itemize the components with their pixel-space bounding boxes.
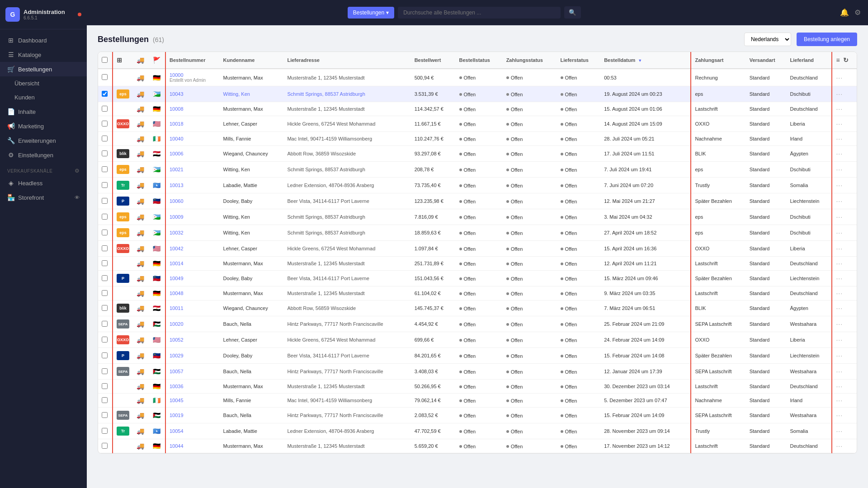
column-settings-icon[interactable]: ≡ <box>836 56 840 64</box>
header-kundenname[interactable]: Kundenname <box>220 52 284 69</box>
order-number-link[interactable]: 10042 <box>170 246 184 251</box>
order-number-link[interactable]: 10054 <box>170 428 184 434</box>
row-checkbox[interactable] <box>102 290 108 296</box>
row-checkbox[interactable] <box>102 352 108 358</box>
row-context-menu-button[interactable]: ··· <box>836 290 843 297</box>
row-checkbox[interactable] <box>102 368 108 374</box>
row-checkbox[interactable] <box>102 106 108 112</box>
header-lieferadresse[interactable]: Lieferadresse <box>283 52 410 69</box>
search-button[interactable]: 🔍 <box>564 6 581 19</box>
search-input[interactable] <box>398 7 561 19</box>
table-icon-1[interactable]: ⊞ <box>117 56 122 64</box>
row-checkbox[interactable] <box>102 91 108 97</box>
row-context-menu-button[interactable]: ··· <box>836 166 843 173</box>
order-number-link[interactable]: 10000 <box>170 72 184 78</box>
sidebar-item-bestellungen[interactable]: 🛒 Bestellungen <box>0 62 87 76</box>
order-number-link[interactable]: 10014 <box>170 261 184 266</box>
order-number-link[interactable]: 10052 <box>170 337 184 343</box>
order-number-link[interactable]: 10045 <box>170 398 184 403</box>
row-checkbox[interactable] <box>102 443 108 449</box>
row-context-menu-button[interactable]: ··· <box>836 305 843 312</box>
order-number-link[interactable]: 10029 <box>170 353 184 358</box>
row-context-menu-button[interactable]: ··· <box>836 383 843 390</box>
refresh-icon[interactable]: ↻ <box>843 56 849 64</box>
order-number-link[interactable]: 10057 <box>170 369 184 374</box>
order-number-link[interactable]: 10008 <box>170 106 184 112</box>
row-checkbox[interactable] <box>102 412 108 418</box>
order-number-link[interactable]: 10060 <box>170 198 184 204</box>
header-bestellnummer[interactable]: Bestellnummer <box>165 52 220 69</box>
row-context-menu-button[interactable]: ··· <box>836 336 843 343</box>
row-checkbox[interactable] <box>102 260 108 266</box>
row-checkbox[interactable] <box>102 182 108 188</box>
header-bestellstatus[interactable]: Bestellstatus <box>456 52 503 69</box>
table-icon-3[interactable]: 🚩 <box>153 56 160 64</box>
order-number-link[interactable]: 10048 <box>170 291 184 296</box>
row-context-menu-button[interactable]: ··· <box>836 427 843 435</box>
row-checkbox[interactable] <box>102 198 108 204</box>
row-checkbox[interactable] <box>102 397 108 403</box>
order-number-link[interactable]: 10036 <box>170 384 184 389</box>
row-checkbox[interactable] <box>102 383 108 389</box>
order-number-link[interactable]: 10006 <box>170 151 184 156</box>
create-order-button[interactable]: Bestellung anlegen <box>797 33 857 46</box>
notification-icon[interactable]: 🔔 <box>840 8 849 17</box>
sidebar-item-headless[interactable]: ◈ Headless <box>0 176 87 190</box>
sidebar-item-kunden[interactable]: Kunden <box>0 90 87 104</box>
header-lieferstatus[interactable]: Lieferstatus <box>557 52 601 69</box>
row-checkbox[interactable] <box>102 74 108 80</box>
row-checkbox[interactable] <box>102 275 108 281</box>
order-number-link[interactable]: 10021 <box>170 167 184 172</box>
header-lieferland[interactable]: Lieferland <box>787 52 832 69</box>
row-context-menu-button[interactable]: ··· <box>836 352 843 359</box>
order-number-link[interactable]: 10013 <box>170 183 184 188</box>
order-number-link[interactable]: 10018 <box>170 121 184 127</box>
language-selector[interactable]: Nederlands <box>744 33 791 46</box>
row-context-menu-button[interactable]: ··· <box>836 90 843 98</box>
row-context-menu-button[interactable]: ··· <box>836 105 843 113</box>
search-type-dropdown[interactable]: Bestellungen ▾ <box>348 7 394 19</box>
sidebar-item-kataloge[interactable]: ☰ Kataloge <box>0 47 87 62</box>
row-checkbox[interactable] <box>102 166 108 172</box>
row-checkbox[interactable] <box>102 136 108 141</box>
sidebar-item-erweiterungen[interactable]: 🔧 Erweiterungen <box>0 133 87 148</box>
order-number-link[interactable]: 10043 <box>170 91 184 97</box>
row-context-menu-button[interactable]: ··· <box>836 275 843 282</box>
row-context-menu-button[interactable]: ··· <box>836 229 843 236</box>
row-checkbox[interactable] <box>102 230 108 235</box>
header-zahlungsart[interactable]: Zahlungsart <box>691 52 745 69</box>
row-context-menu-button[interactable]: ··· <box>836 182 843 189</box>
order-number-link[interactable]: 10049 <box>170 276 184 281</box>
order-number-link[interactable]: 10020 <box>170 321 184 327</box>
row-context-menu-button[interactable]: ··· <box>836 120 843 127</box>
order-number-link[interactable]: 10044 <box>170 443 184 449</box>
header-zahlungsstatus[interactable]: Zahlungsstatus <box>503 52 557 69</box>
row-checkbox[interactable] <box>102 214 108 220</box>
row-context-menu-button[interactable]: ··· <box>836 245 843 252</box>
row-context-menu-button[interactable]: ··· <box>836 368 843 375</box>
sidebar-item-einstellungen[interactable]: ⚙ Einstellungen <box>0 148 87 162</box>
sidebar-item-dashboard[interactable]: ⊞ Dashboard <box>0 33 87 47</box>
order-number-link[interactable]: 10009 <box>170 214 184 220</box>
row-checkbox[interactable] <box>102 337 108 343</box>
header-versandart[interactable]: Versandart <box>746 52 787 69</box>
row-context-menu-button[interactable]: ··· <box>836 397 843 404</box>
order-number-link[interactable]: 10032 <box>170 230 184 235</box>
order-number-link[interactable]: 10011 <box>170 305 184 311</box>
header-bestellwert[interactable]: Bestellwert <box>411 52 456 69</box>
sidebar-item-storefront[interactable]: 🏪 Storefront 👁 <box>0 190 87 205</box>
select-all-checkbox[interactable] <box>102 57 108 63</box>
row-context-menu-button[interactable]: ··· <box>836 197 843 205</box>
row-context-menu-button[interactable]: ··· <box>836 135 843 142</box>
header-bestelldatum[interactable]: Bestelldatum ▼ <box>600 52 691 69</box>
row-context-menu-button[interactable]: ··· <box>836 213 843 221</box>
order-number-link[interactable]: 10040 <box>170 136 184 141</box>
sidebar-item-inhalte[interactable]: 📄 Inhalte <box>0 104 87 119</box>
row-checkbox[interactable] <box>102 428 108 434</box>
row-checkbox[interactable] <box>102 305 108 311</box>
row-checkbox[interactable] <box>102 150 108 156</box>
row-context-menu-button[interactable]: ··· <box>836 74 843 81</box>
sidebar-item-marketing[interactable]: 📢 Marketing <box>0 119 87 133</box>
order-number-link[interactable]: 10019 <box>170 413 184 418</box>
verkaufskanaele-settings-icon[interactable]: ⚙ <box>75 168 80 174</box>
